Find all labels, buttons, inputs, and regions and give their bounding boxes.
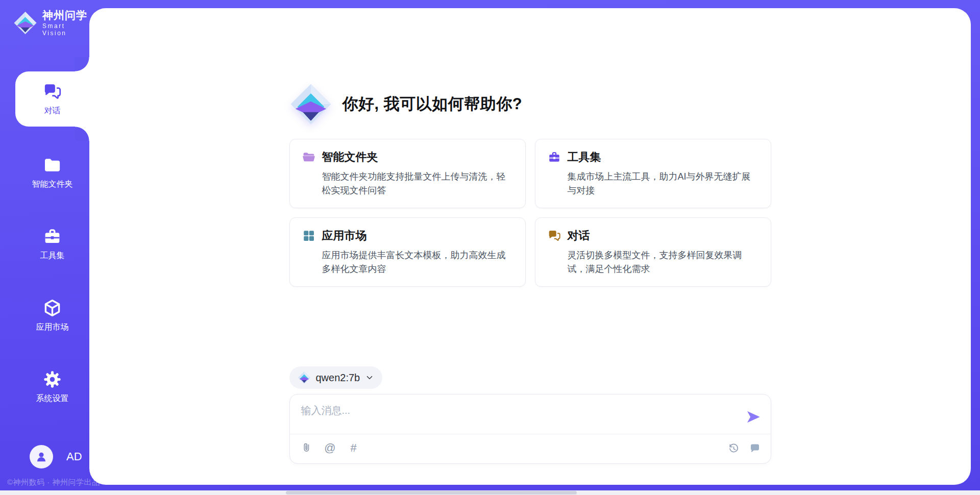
greeting-title: 你好, 我可以如何帮助你? [342,93,523,115]
card-title: 智能文件夹 [322,150,378,165]
sidebar-item-label: 系统设置 [36,393,69,404]
model-selector-row: qwen2:7b [289,366,771,389]
card-description: 应用市场提供丰富长文本模板，助力高效生成多样化文章内容 [322,249,513,276]
brand-subtitle: Smart Vision [42,22,89,37]
message-input[interactable] [300,403,735,429]
card-toolset[interactable]: 工具集 集成市场上主流工具，助力AI与外界无缝扩展与对接 [535,139,771,208]
diamond-logo-icon [298,371,311,384]
card-description: 灵活切换多模型文件，支持多样回复效果调试，满足个性化需求 [568,249,758,276]
tab-curve-bottom [75,127,89,141]
user-label: AD [66,450,82,463]
chat-icon [548,229,561,242]
gear-icon [43,370,62,389]
sidebar-item-chat[interactable]: 对话 [15,71,89,127]
attachment-button[interactable] [300,441,313,455]
sidebar-item-smart-folder[interactable]: 智能文件夹 [15,147,89,198]
send-icon[interactable] [745,409,762,425]
scrollbar-thumb[interactable] [286,491,577,494]
feedback-button[interactable] [748,441,762,455]
card-title: 工具集 [568,150,601,165]
brand-name: 神州问学 [42,9,89,21]
sidebar-item-label: 智能文件夹 [32,179,73,190]
brand-logo: 神州问学 Smart Vision [13,9,89,37]
history-icon [727,442,740,454]
folder-icon [43,156,62,175]
copyright-text: ©神州数码 · 神州问学出品 [7,478,100,487]
folder-icon [302,151,315,164]
card-title: 对话 [568,228,590,243]
model-selector[interactable]: qwen2:7b [289,366,383,389]
paperclip-icon [301,442,313,454]
sidebar-item-label: 工具集 [40,251,65,261]
hash-icon: # [350,441,356,455]
greeting-row: 你好, 我可以如何帮助你? [289,8,771,126]
user-profile[interactable]: AD [30,445,82,468]
mention-button[interactable]: @ [324,441,337,455]
horizontal-scrollbar[interactable] [0,490,980,495]
chat-icon [43,82,62,101]
chevron-down-icon [365,373,374,382]
grid-icon [302,229,315,242]
model-name: qwen2:7b [316,372,360,384]
card-description: 集成市场上主流工具，助力AI与外界无缝扩展与对接 [568,170,758,197]
sidebar-item-settings[interactable]: 系统设置 [15,361,89,412]
chat-bubble-icon [749,442,761,454]
diamond-logo-icon [13,10,37,36]
at-icon: @ [324,441,335,455]
sidebar-item-toolset[interactable]: 工具集 [15,218,89,269]
card-title: 应用市场 [322,228,367,243]
message-composer: @ # [289,394,771,464]
tab-curve-top [75,57,89,71]
sidebar-nav: 对话 智能文件夹 工具集 应用市场 [15,71,89,412]
card-chat[interactable]: 对话 灵活切换多模型文件，支持多样回复效果调试，满足个性化需求 [535,217,771,287]
person-icon [35,450,48,463]
topic-button[interactable]: # [347,441,360,455]
card-description: 智能文件夹功能支持批量文件上传与清洗，轻松实现文件问答 [322,170,513,197]
feature-cards: 智能文件夹 智能文件夹功能支持批量文件上传与清洗，轻松实现文件问答 工具集 集成… [289,139,771,287]
avatar [30,445,53,468]
sidebar-item-label: 对话 [44,106,61,116]
main-panel: 你好, 我可以如何帮助你? 智能文件夹 智能文件夹功能支持批量文件上传与清洗，轻… [89,8,971,485]
briefcase-icon [548,151,561,164]
history-button[interactable] [727,441,740,455]
sidebar-item-label: 应用市场 [36,322,69,333]
diamond-logo-icon [289,83,332,126]
card-app-market[interactable]: 应用市场 应用市场提供丰富长文本模板，助力高效生成多样化文章内容 [289,217,526,287]
sidebar-item-app-market[interactable]: 应用市场 [15,290,89,341]
composer-divider [290,434,771,434]
sidebar: 神州问学 Smart Vision 对话 智能文件夹 [0,0,89,495]
card-smart-folder[interactable]: 智能文件夹 智能文件夹功能支持批量文件上传与清洗，轻松实现文件问答 [289,139,526,208]
composer-tools-left: @ # [300,441,360,455]
briefcase-icon [43,227,62,246]
composer-tools-right [727,441,762,455]
cube-icon [43,299,62,317]
